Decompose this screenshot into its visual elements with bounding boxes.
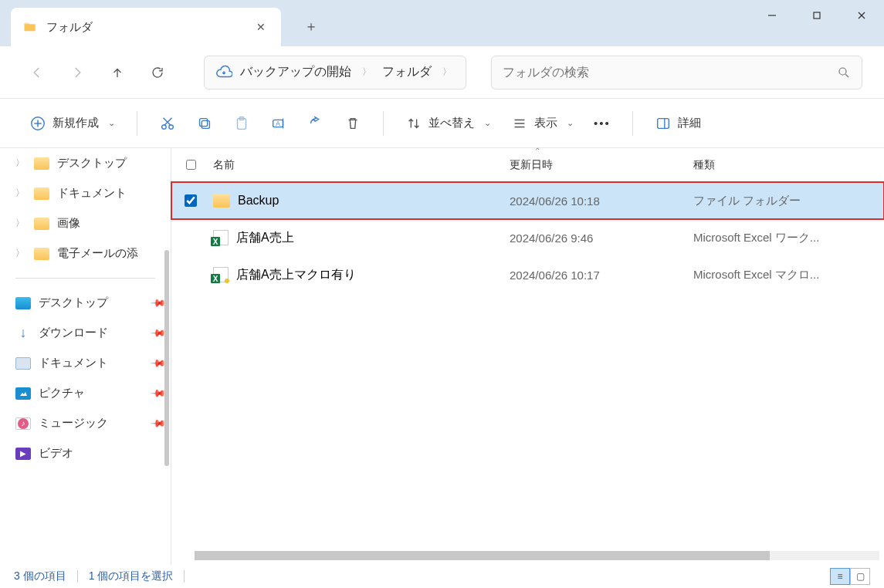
tab-active[interactable]: フォルダ ✕ [11,8,281,46]
quick-pictures[interactable]: ピクチャ📌 [0,378,171,408]
breadcrumb-current[interactable]: フォルダ [382,64,432,80]
sort-label: 並べ替え [428,116,475,130]
more-button[interactable]: ••• [586,112,618,134]
separator [632,111,633,136]
minimize-button[interactable] [750,0,794,31]
chevron-right-icon: 〉 [15,217,26,230]
svg-rect-14 [200,118,208,126]
video-icon: ▶ [15,448,31,460]
delete-button[interactable] [337,110,369,137]
chevron-down-icon: ⌄ [484,118,491,128]
status-bar: 3 個の項目 1 個の項目を選択 ≡ ▢ [0,565,884,588]
rename-icon: A [270,115,287,132]
paste-icon [233,115,250,132]
separator [137,111,137,136]
column-date[interactable]: 更新日時 [510,158,693,172]
column-type[interactable]: 種類 [693,158,884,172]
horizontal-scrollbar[interactable] [195,551,879,560]
main-area: 〉デスクトップ 〉ドキュメント 〉画像 〉電子メールの添 デスクトップ📌 ↓ダウ… [0,148,884,565]
sidebar-scrollbar[interactable] [164,250,169,466]
title-bar: フォルダ ✕ ＋ [0,0,884,46]
quick-music[interactable]: ♪ミュージック📌 [0,408,171,438]
paste-button[interactable] [225,110,258,137]
sort-indicator-icon: ⌃ [534,147,540,155]
file-row-backup[interactable]: Backup 2024/06/26 10:18 ファイル フォルダー [171,182,884,219]
new-icon [29,115,46,132]
sidebar-item-email[interactable]: 〉電子メールの添 [0,238,171,269]
nav-bar: バックアップの開始 〉 フォルダ 〉 [0,46,884,99]
svg-rect-1 [814,12,820,19]
new-label: 新規作成 [52,116,99,130]
chevron-right-icon[interactable]: 〉 [439,66,455,79]
download-icon: ↓ [15,327,31,340]
search-input[interactable] [503,66,837,79]
sidebar-item-desktop[interactable]: 〉デスクトップ [0,148,171,178]
copy-button[interactable] [188,110,221,137]
status-item-count: 3 個の項目 [14,569,66,583]
column-headers: 名前 更新日時 種類 [171,148,884,182]
file-row-xlsx[interactable]: 店舗A売上 2024/06/26 9:46 Microsoft Excel ワー… [171,219,884,256]
search-icon[interactable] [837,66,851,79]
breadcrumb[interactable]: バックアップの開始 〉 フォルダ 〉 [204,56,466,90]
quick-documents[interactable]: ドキュメント📌 [0,348,171,378]
column-name[interactable]: 名前 [210,158,510,172]
cut-button[interactable] [151,110,184,137]
desktop-icon [15,297,31,309]
maximize-button[interactable] [794,0,839,31]
folder-icon [34,248,49,260]
close-window-button[interactable] [839,0,884,31]
view-icon [511,115,528,132]
rename-button[interactable]: A [262,110,295,137]
file-row-xlsm[interactable]: 店舗A売上マクロ有り 2024/06/26 10:17 Microsoft Ex… [171,256,884,293]
refresh-button[interactable] [142,57,173,88]
quick-downloads[interactable]: ↓ダウンロード📌 [0,318,171,348]
details-view-button[interactable]: ≡ [830,568,850,585]
view-button[interactable]: 表示 ⌄ [503,110,581,137]
new-tab-button[interactable]: ＋ [304,17,318,35]
toolbar: 新規作成 ⌄ A 並べ替え ⌄ 表示 ⌄ ••• 詳細 [0,99,884,148]
music-icon: ♪ [15,417,31,430]
window-controls [750,0,884,31]
copy-icon [196,115,213,132]
forward-button[interactable] [62,57,93,88]
details-label: 詳細 [678,116,701,130]
quick-videos[interactable]: ▶ビデオ [0,438,171,468]
folder-icon [34,157,49,170]
tab-close-button[interactable]: ✕ [253,18,269,36]
details-icon [655,115,672,132]
row-checkbox[interactable] [185,194,197,207]
quick-desktop[interactable]: デスクトップ📌 [0,288,171,318]
sort-button[interactable]: 並べ替え ⌄ [398,110,499,137]
svg-text:A: A [276,120,280,127]
status-selected-count: 1 個の項目を選択 [89,569,174,583]
select-all-checkbox[interactable] [171,160,210,170]
new-button[interactable]: 新規作成 ⌄ [22,110,123,137]
folder-icon [213,194,230,208]
folder-icon [34,218,49,230]
separator [383,111,384,136]
breadcrumb-root[interactable]: バックアップの開始 [240,64,351,80]
document-icon [15,357,31,370]
chevron-right-icon: 〉 [15,247,26,260]
back-button[interactable] [22,57,52,88]
svg-rect-23 [657,118,669,128]
cut-icon [159,115,176,132]
chevron-down-icon: ⌄ [567,118,574,128]
share-button[interactable] [300,110,332,137]
chevron-right-icon[interactable]: 〉 [359,66,374,79]
chevron-down-icon: ⌄ [108,118,115,128]
svg-point-4 [839,68,846,75]
delete-icon [344,115,361,132]
search-box[interactable] [491,56,862,90]
details-button[interactable]: 詳細 [647,110,709,137]
up-button[interactable] [102,57,133,88]
view-label: 表示 [534,116,557,130]
large-icons-view-button[interactable]: ▢ [850,568,870,585]
chevron-right-icon: 〉 [15,157,26,170]
sort-icon [405,115,422,132]
view-toggle: ≡ ▢ [830,568,870,585]
excel-icon [213,230,229,245]
sidebar-item-documents[interactable]: 〉ドキュメント [0,178,171,208]
separator [77,570,78,583]
sidebar-item-pictures[interactable]: 〉画像 [0,208,171,238]
